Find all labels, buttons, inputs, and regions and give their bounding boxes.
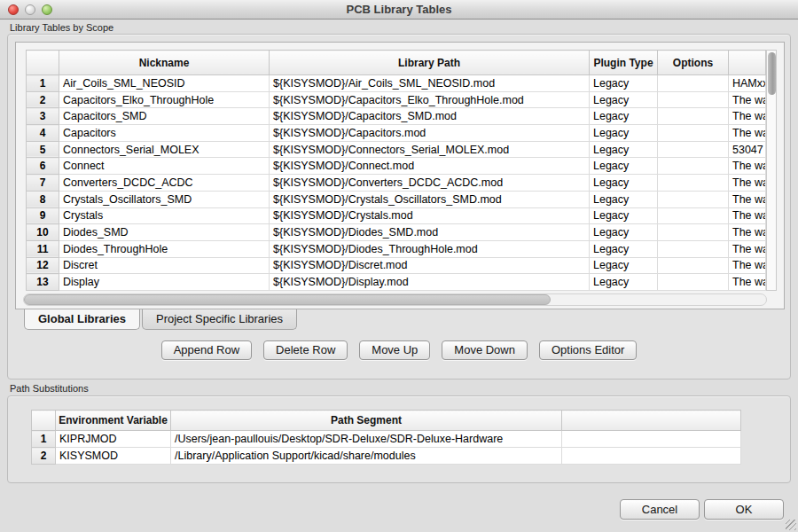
tab-project-specific-libraries[interactable]: Project Specific Libraries: [142, 309, 297, 330]
vertical-scrollbar-thumb[interactable]: [768, 52, 776, 95]
cell-segment[interactable]: /Library/Application Support/kicad/share…: [171, 448, 562, 465]
cell-nickname[interactable]: Diodes_SMD: [59, 224, 270, 241]
cell-plugin[interactable]: Legacy: [590, 108, 658, 125]
horizontal-scrollbar-thumb[interactable]: [24, 294, 551, 305]
cell-options[interactable]: [658, 141, 729, 158]
cell-nickname[interactable]: Air_Coils_SML_NEOSID: [59, 75, 270, 92]
cell-description[interactable]: The wa: [729, 158, 766, 175]
cell-description[interactable]: The wa: [729, 224, 766, 241]
cell-plugin[interactable]: Legacy: [590, 240, 658, 257]
cell-nickname[interactable]: Capacitors_SMD: [59, 108, 270, 125]
options-header[interactable]: Options: [658, 51, 729, 75]
cell-path[interactable]: ${KISYSMOD}/Discret.mod: [270, 257, 590, 274]
cell-variable[interactable]: KISYSMOD: [56, 448, 171, 465]
cell-num[interactable]: 4: [27, 125, 59, 142]
cell-options[interactable]: [658, 175, 729, 192]
cell-plugin[interactable]: Legacy: [590, 175, 658, 192]
path-segment-header[interactable]: Path Segment: [171, 411, 562, 431]
horizontal-scrollbar[interactable]: [23, 293, 767, 306]
cell-nickname[interactable]: Discret: [59, 257, 270, 274]
cell-nickname[interactable]: Connectors_Serial_MOLEX: [59, 141, 270, 158]
cell-options[interactable]: [658, 91, 729, 108]
vertical-scrollbar[interactable]: [766, 50, 777, 291]
cell-num[interactable]: 2: [27, 91, 59, 108]
cell-options[interactable]: [658, 75, 729, 92]
cell-description[interactable]: The wa: [729, 207, 766, 224]
cell-plugin[interactable]: Legacy: [590, 274, 658, 291]
cell-path[interactable]: ${KISYSMOD}/Diodes_SMD.mod: [270, 224, 590, 241]
cell-plugin[interactable]: Legacy: [590, 75, 658, 92]
cell-num[interactable]: 1: [27, 75, 59, 92]
cell-plugin[interactable]: Legacy: [590, 191, 658, 207]
cell-description[interactable]: The wa: [729, 240, 766, 257]
cell-num[interactable]: 2: [32, 448, 56, 465]
cell-num[interactable]: 10: [27, 224, 59, 241]
environment-variable-header[interactable]: Environment Variable: [56, 411, 171, 431]
cell-path[interactable]: ${KISYSMOD}/Converters_DCDC_ACDC.mod: [270, 175, 590, 192]
cell-options[interactable]: [658, 224, 729, 241]
resize-grip[interactable]: [786, 520, 796, 530]
cell-path[interactable]: ${KISYSMOD}/Connectors_Serial_MOLEX.mod: [270, 141, 590, 158]
cell-description[interactable]: The wa: [729, 191, 766, 207]
cell-path[interactable]: ${KISYSMOD}/Crystals.mod: [270, 207, 590, 224]
cell-nickname[interactable]: Converters_DCDC_ACDC: [59, 175, 270, 192]
cell-num[interactable]: 7: [27, 175, 59, 192]
cell-description[interactable]: The wa: [729, 274, 766, 291]
cell-options[interactable]: [658, 191, 729, 207]
nickname-header[interactable]: Nickname: [59, 51, 270, 75]
cell-description[interactable]: The wa: [729, 108, 766, 125]
cell-description[interactable]: The wa: [729, 257, 766, 274]
cell-plugin[interactable]: Legacy: [590, 141, 658, 158]
cell-segment[interactable]: /Users/jean-paullouis/Desktop/SDR-Deluxe…: [171, 431, 562, 448]
cell-nickname[interactable]: Capacitors: [59, 125, 270, 142]
cell-plugin[interactable]: Legacy: [590, 158, 658, 175]
ok-button[interactable]: OK: [704, 499, 784, 520]
delete-row-button[interactable]: Delete Row: [263, 340, 348, 360]
cell-num[interactable]: 1: [32, 431, 56, 448]
cell-path[interactable]: ${KISYSMOD}/Capacitors_SMD.mod: [270, 108, 590, 125]
cell-options[interactable]: [658, 158, 729, 175]
cell-filler[interactable]: [562, 448, 741, 465]
cell-plugin[interactable]: Legacy: [590, 224, 658, 241]
cell-path[interactable]: ${KISYSMOD}/Air_Coils_SML_NEOSID.mod: [270, 75, 590, 92]
cancel-button[interactable]: Cancel: [620, 499, 700, 520]
cell-path[interactable]: ${KISYSMOD}/Crystals_Oscillators_SMD.mod: [270, 191, 590, 207]
cell-num[interactable]: 3: [27, 108, 59, 125]
library-path-header[interactable]: Library Path: [270, 51, 590, 75]
tab-global-libraries[interactable]: Global Libraries: [24, 309, 140, 330]
cell-num[interactable]: 5: [27, 141, 59, 158]
cell-options[interactable]: [658, 274, 729, 291]
cell-path[interactable]: ${KISYSMOD}/Connect.mod: [270, 158, 590, 175]
options-editor-button[interactable]: Options Editor: [539, 340, 637, 360]
cell-num[interactable]: 8: [27, 191, 59, 207]
cell-description[interactable]: HAMxx: [729, 75, 766, 92]
cell-num[interactable]: 9: [27, 207, 59, 224]
cell-description[interactable]: The wa: [729, 91, 766, 108]
cell-path[interactable]: ${KISYSMOD}/Capacitors_Elko_ThroughHole.…: [270, 91, 590, 108]
cell-description[interactable]: The wa: [729, 125, 766, 142]
cell-nickname[interactable]: Crystals: [59, 207, 270, 224]
cell-nickname[interactable]: Display: [59, 274, 270, 291]
cell-num[interactable]: 11: [27, 240, 59, 257]
cell-path[interactable]: ${KISYSMOD}/Capacitors.mod: [270, 125, 590, 142]
plugin-type-header[interactable]: Plugin Type: [590, 51, 658, 75]
move-up-button[interactable]: Move Up: [359, 340, 430, 360]
cell-num[interactable]: 13: [27, 274, 59, 291]
cell-path[interactable]: ${KISYSMOD}/Display.mod: [270, 274, 590, 291]
cell-nickname[interactable]: Capacitors_Elko_ThroughHole: [59, 91, 270, 108]
cell-options[interactable]: [658, 240, 729, 257]
cell-nickname[interactable]: Crystals_Oscillators_SMD: [59, 191, 270, 207]
cell-num[interactable]: 12: [27, 257, 59, 274]
cell-plugin[interactable]: Legacy: [590, 257, 658, 274]
append-row-button[interactable]: Append Row: [161, 340, 252, 360]
cell-num[interactable]: 6: [27, 158, 59, 175]
cell-description[interactable]: The wa: [729, 175, 766, 192]
cell-plugin[interactable]: Legacy: [590, 125, 658, 142]
cell-path[interactable]: ${KISYSMOD}/Diodes_ThroughHole.mod: [270, 240, 590, 257]
cell-options[interactable]: [658, 125, 729, 142]
cell-nickname[interactable]: Connect: [59, 158, 270, 175]
move-down-button[interactable]: Move Down: [442, 340, 528, 360]
cell-nickname[interactable]: Diodes_ThroughHole: [59, 240, 270, 257]
cell-description[interactable]: 53047: [729, 141, 766, 158]
cell-plugin[interactable]: Legacy: [590, 91, 658, 108]
